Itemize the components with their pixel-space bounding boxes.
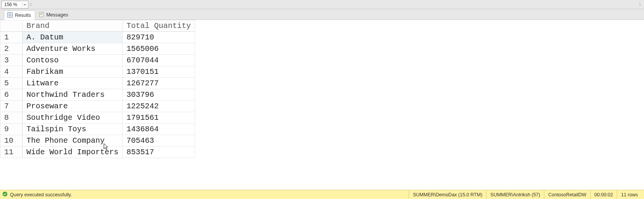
row-number[interactable]: 3 [0,55,23,66]
header-row: Brand Total Quantity [0,20,195,32]
cell-brand[interactable]: Northwind Traders [23,89,123,101]
table-row[interactable]: 11 Wide World Importers 853517 [0,147,195,158]
zoom-toolbar: 156 % [0,0,644,9]
table-row[interactable]: 5 Litware 1267277 [0,78,195,89]
cell-qty[interactable]: 1225242 [123,101,195,112]
status-rowcount: 11 rows [617,190,642,199]
row-number[interactable]: 9 [0,124,23,135]
results-grid: Brand Total Quantity 1 A. Datum 829710 2… [0,20,195,158]
chevron-down-icon [22,2,27,7]
table-row[interactable]: 9 Tailspin Toys 1436864 [0,124,195,135]
table-row[interactable]: 10 The Phone Company 705463 [0,135,195,147]
nav-prev-icon[interactable] [28,1,34,8]
grid-icon [7,12,13,19]
row-number[interactable]: 10 [0,135,23,147]
row-number[interactable]: 1 [0,32,23,43]
cell-brand[interactable]: Adventure Works [23,43,123,55]
success-icon [2,191,8,198]
cell-qty[interactable]: 829710 [123,32,195,43]
cell-qty[interactable]: 853517 [123,147,195,158]
status-right: SUMMER\DemoDax (15.0 RTM) SUMMER\Antriks… [409,190,642,199]
zoom-value: 156 % [4,2,17,7]
table-row[interactable]: 7 Proseware 1225242 [0,101,195,112]
cell-qty[interactable]: 1791561 [123,112,195,124]
cell-brand[interactable]: Litware [23,78,123,89]
row-number[interactable]: 6 [0,89,23,101]
status-database: ContosoRetailDW [544,190,590,199]
row-number[interactable]: 8 [0,112,23,124]
cell-qty[interactable]: 1370151 [123,66,195,78]
zoom-select[interactable]: 156 % [2,1,28,8]
results-pane[interactable]: Brand Total Quantity 1 A. Datum 829710 2… [0,20,644,190]
tab-results-label: Results [15,13,31,18]
document-icon [39,12,44,18]
tab-messages-label: Messages [46,12,68,18]
row-number[interactable]: 5 [0,78,23,89]
status-user: SUMMER\Antriksh (57) [486,190,544,199]
table-row[interactable]: 4 Fabrikam 1370151 [0,66,195,78]
status-server: SUMMER\DemoDax (15.0 RTM) [409,190,486,199]
table-row[interactable]: 3 Contoso 6707044 [0,55,195,66]
tab-results[interactable]: Results [4,10,35,20]
cell-qty[interactable]: 303796 [123,89,195,101]
row-number[interactable]: 2 [0,43,23,55]
status-bar: Query executed successfully. SUMMER\Demo… [0,190,644,199]
row-number[interactable]: 4 [0,66,23,78]
cell-brand[interactable]: Tailspin Toys [23,124,123,135]
cell-brand[interactable]: A. Datum [23,32,123,43]
cell-brand[interactable]: Southridge Video [23,112,123,124]
cell-brand[interactable]: Fabrikam [23,66,123,78]
status-left: Query executed successfully. [2,191,72,198]
status-message: Query executed successfully. [10,192,72,197]
table-row[interactable]: 2 Adventure Works 1565006 [0,43,195,55]
row-number[interactable]: 11 [0,147,23,158]
table-row[interactable]: 8 Southridge Video 1791561 [0,112,195,124]
cell-qty[interactable]: 705463 [123,135,195,147]
cell-brand[interactable]: Proseware [23,101,123,112]
cell-brand[interactable]: The Phone Company [23,135,123,147]
svg-rect-0 [8,12,13,17]
tab-messages[interactable]: Messages [35,10,72,20]
svg-point-2 [3,192,7,196]
col-total-quantity[interactable]: Total Quantity [123,20,195,32]
table-row[interactable]: 1 A. Datum 829710 [0,32,195,43]
results-tab-strip: Results Messages [0,9,644,20]
cell-qty[interactable]: 1565006 [123,43,195,55]
row-number[interactable]: 7 [0,101,23,112]
col-brand[interactable]: Brand [23,20,123,32]
rownum-header[interactable] [0,20,23,32]
svg-rect-1 [39,12,43,17]
status-elapsed: 00:00:02 [590,190,617,199]
cell-qty[interactable]: 6707044 [123,55,195,66]
cell-brand[interactable]: Contoso [23,55,123,66]
table-row[interactable]: 6 Northwind Traders 303796 [0,89,195,101]
cell-qty[interactable]: 1436864 [123,124,195,135]
nav-next-icon[interactable] [637,1,642,8]
cell-brand[interactable]: Wide World Importers [23,147,123,158]
cell-qty[interactable]: 1267277 [123,78,195,89]
nav-arrows [28,0,644,9]
